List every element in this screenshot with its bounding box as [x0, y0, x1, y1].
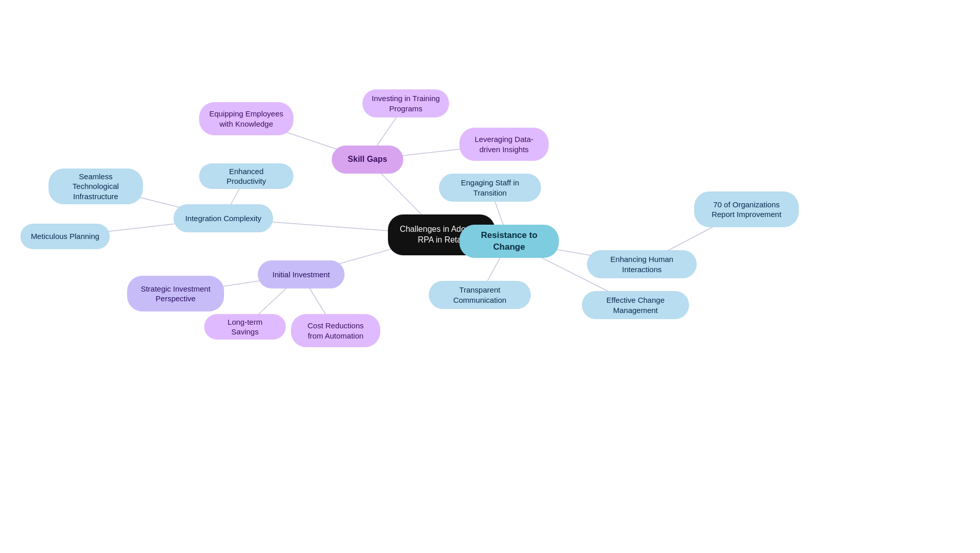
- integration-complexity-node: Integration Complexity: [174, 204, 273, 232]
- long-term-savings-node: Long-term Savings: [204, 314, 286, 340]
- enhanced-productivity-node: Enhanced Productivity: [199, 163, 293, 189]
- engaging-staff-node: Engaging Staff in Transition: [439, 174, 541, 202]
- leveraging-data-node: Leveraging Data-driven Insights: [459, 128, 549, 161]
- strategic-investment-node: Strategic Investment Perspective: [127, 276, 224, 311]
- mind-map-canvas: Challenges in Adopting RPA in RetailSkil…: [0, 0, 980, 553]
- skill-gaps-node: Skill Gaps: [332, 146, 403, 174]
- transparent-comm-node: Transparent Communication: [429, 281, 531, 309]
- cost-reductions-node: Cost Reductions from Automation: [291, 314, 380, 347]
- seamless-tech-node: Seamless Technological Infrastructure: [48, 169, 143, 204]
- 70-organizations-node: 70 of Organizations Report Improvement: [694, 191, 799, 227]
- enhancing-human-node: Enhancing Human Interactions: [587, 250, 697, 278]
- meticulous-planning-node: Meticulous Planning: [20, 224, 110, 249]
- effective-change-node: Effective Change Management: [582, 291, 689, 319]
- resistance-change-node: Resistance to Change: [459, 225, 559, 258]
- equipping-employees-node: Equipping Employees with Knowledge: [199, 102, 293, 135]
- investing-training-node: Investing in Training Programs: [362, 89, 449, 117]
- initial-investment-node: Initial Investment: [258, 260, 345, 288]
